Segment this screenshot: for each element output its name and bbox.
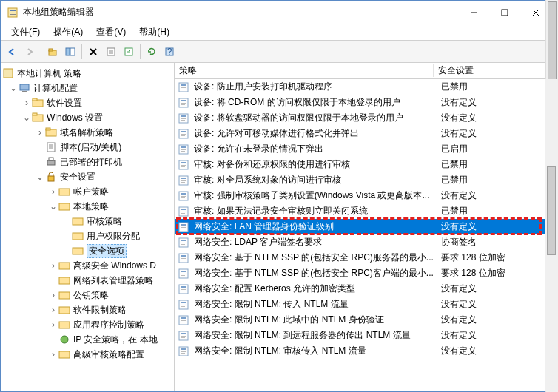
policy-name: 网络安全: LDAP 客户端签名要求 bbox=[194, 236, 437, 249]
svg-rect-48 bbox=[181, 87, 186, 88]
tree-security-options[interactable]: 安全选项 bbox=[1, 243, 174, 258]
expand-icon[interactable]: › bbox=[48, 305, 58, 315]
minimize-button[interactable] bbox=[458, 2, 489, 23]
tree-audit-policy[interactable]: 审核策略 bbox=[1, 214, 174, 229]
properties-button[interactable] bbox=[103, 44, 119, 60]
tree-deployed-printers[interactable]: 已部署的打印机 bbox=[1, 155, 174, 169]
tree-root[interactable]: 本地计算机 策略 bbox=[1, 66, 174, 81]
expand-icon[interactable]: › bbox=[48, 349, 58, 359]
tree-windows-settings[interactable]: ⌄Windows 设置 bbox=[1, 110, 174, 125]
svg-rect-69 bbox=[181, 166, 185, 167]
tree-ip-security[interactable]: IP 安全策略，在 本地 bbox=[1, 332, 174, 347]
policy-name: 设备: 防止用户安装打印机驱动程序 bbox=[194, 81, 437, 93]
svg-rect-85 bbox=[181, 229, 185, 229]
tree-windows-firewall[interactable]: ›高级安全 Windows D bbox=[1, 258, 174, 273]
menu-action[interactable]: 操作(A) bbox=[47, 24, 89, 40]
menu-view[interactable]: 查看(V) bbox=[90, 24, 132, 40]
tree-name-resolution[interactable]: ›域名解析策略 bbox=[1, 125, 174, 140]
svg-rect-10 bbox=[66, 48, 70, 55]
policy-icon bbox=[178, 314, 189, 326]
policy-row[interactable]: 设备: 允许对可移动媒体进行格式化并弹出没有定义 bbox=[175, 126, 557, 141]
policy-row[interactable]: 网络安全: 基于 NTLM SSP 的(包括安全 RPC)客户端的最小...要求… bbox=[175, 266, 557, 281]
tree-user-rights[interactable]: 用户权限分配 bbox=[1, 229, 174, 243]
tree-security-settings[interactable]: ⌄安全设置 bbox=[1, 169, 174, 184]
policy-setting: 已禁用 bbox=[437, 174, 557, 186]
list-scrollbar[interactable] bbox=[545, 79, 557, 391]
policy-row[interactable]: 网络安全: 限制 NTLM: 到远程服务器的传出 NTLM 流量没有定义 bbox=[175, 328, 557, 343]
policy-row[interactable]: 审核: 对备份和还原权限的使用进行审核已禁用 bbox=[175, 157, 557, 172]
policy-setting: 已启用 bbox=[437, 143, 557, 155]
policy-row[interactable]: 网络安全: 配置 Kerberos 允许的加密类型没有定义 bbox=[175, 281, 557, 297]
tree-public-key[interactable]: ›公钥策略 bbox=[1, 288, 174, 303]
policy-setting: 没有定义 bbox=[437, 220, 557, 233]
policy-row[interactable]: 网络安全: 限制 NTLM: 此域中的 NTLM 身份验证没有定义 bbox=[175, 312, 557, 328]
policy-row[interactable]: 网络安全: 限制 NTLM: 传入 NTLM 流量没有定义 bbox=[175, 297, 557, 312]
expand-icon[interactable]: › bbox=[48, 260, 58, 271]
menu-file[interactable]: 文件(F) bbox=[5, 24, 46, 40]
col-setting[interactable]: 安全设置 bbox=[434, 64, 557, 77]
policy-row[interactable]: 网络安全: 限制 NTLM: 审核传入 NTLM 流量没有定义 bbox=[175, 343, 557, 359]
policy-row[interactable]: 设备: 允许在未登录的情况下弹出已启用 bbox=[175, 141, 557, 157]
policy-row[interactable]: 审核: 如果无法记录安全审核则立即关闭系统已禁用 bbox=[175, 203, 557, 219]
tree-local-policies[interactable]: ⌄本地策略 bbox=[1, 199, 174, 214]
svg-rect-80 bbox=[181, 212, 186, 212]
policy-name: 网络安全: 基于 NTLM SSP 的(包括安全 RPC)服务器的最小... bbox=[194, 251, 437, 264]
tree-account-policies[interactable]: ›帐户策略 bbox=[1, 184, 174, 199]
show-hide-tree-button[interactable] bbox=[62, 44, 78, 60]
forward-button[interactable] bbox=[21, 44, 38, 60]
policy-row[interactable]: 网络安全: LDAP 客户端签名要求协商签名 bbox=[175, 234, 557, 250]
policy-row[interactable]: 审核: 强制审核策略子类别设置(Windows Vista 或更高版本...没有… bbox=[175, 188, 557, 203]
tree-pane[interactable]: 本地计算机 策略 ⌄计算机配置 ›软件设置 ⌄Windows 设置 ›域名解析策… bbox=[1, 63, 175, 391]
collapse-icon[interactable]: ⌄ bbox=[21, 112, 32, 123]
up-button[interactable] bbox=[44, 44, 61, 60]
policy-row[interactable]: 设备: 将 CD-ROM 的访问权限仅限于本地登录的用户没有定义 bbox=[175, 95, 557, 110]
export-button[interactable] bbox=[121, 44, 137, 60]
collapse-icon[interactable]: ⌄ bbox=[35, 172, 45, 182]
expand-icon[interactable]: › bbox=[35, 127, 45, 138]
separator bbox=[140, 44, 141, 59]
svg-rect-88 bbox=[181, 243, 186, 243]
policy-row[interactable]: 审核: 对全局系统对象的访问进行审核已禁用 bbox=[175, 172, 557, 188]
collapse-icon[interactable]: ⌄ bbox=[8, 83, 19, 93]
svg-rect-61 bbox=[181, 135, 185, 136]
svg-rect-65 bbox=[181, 151, 185, 152]
policy-setting: 已禁用 bbox=[437, 205, 557, 217]
expand-icon[interactable]: › bbox=[21, 98, 32, 108]
column-headers[interactable]: 策略 安全设置 bbox=[175, 63, 557, 79]
tree-advanced-audit[interactable]: ›高级审核策略配置 bbox=[1, 347, 174, 362]
svg-point-44 bbox=[61, 336, 68, 343]
policy-row[interactable]: 设备: 将软盘驱动器的访问权限仅限于本地登录的用户没有定义 bbox=[175, 110, 557, 126]
back-button[interactable] bbox=[4, 44, 20, 60]
policy-setting: 没有定义 bbox=[437, 283, 557, 295]
policy-icon bbox=[178, 175, 189, 186]
svg-text:?: ? bbox=[167, 47, 172, 57]
tree-scripts[interactable]: 脚本(启动/关机) bbox=[1, 140, 174, 155]
tree-app-control[interactable]: ›应用程序控制策略 bbox=[1, 317, 174, 332]
svg-rect-93 bbox=[181, 260, 185, 260]
tree-software-settings[interactable]: ›软件设置 bbox=[1, 95, 174, 110]
tree-computer-config[interactable]: ⌄计算机配置 bbox=[1, 81, 174, 95]
col-policy[interactable]: 策略 bbox=[175, 64, 434, 77]
menu-help[interactable]: 帮助(H) bbox=[133, 24, 175, 40]
refresh-button[interactable] bbox=[144, 44, 160, 60]
expand-icon[interactable]: › bbox=[48, 186, 58, 197]
svg-rect-103 bbox=[181, 302, 186, 303]
policy-setting: 没有定义 bbox=[437, 345, 557, 357]
policy-setting: 已禁用 bbox=[437, 158, 557, 171]
policy-row[interactable]: 网络安全: 基于 NTLM SSP 的(包括安全 RPC)服务器的最小...要求… bbox=[175, 250, 557, 266]
tree-network-list-manager[interactable]: 网络列表管理器策略 bbox=[1, 273, 174, 288]
policy-name: 审核: 对全局系统对象的访问进行审核 bbox=[194, 174, 437, 186]
svg-rect-59 bbox=[181, 131, 186, 132]
svg-rect-9 bbox=[49, 49, 53, 51]
help-button[interactable]: ? bbox=[161, 44, 178, 60]
maximize-button[interactable] bbox=[489, 2, 520, 23]
expand-icon[interactable]: › bbox=[48, 290, 58, 300]
delete-button[interactable] bbox=[85, 44, 101, 60]
tree-software-restriction[interactable]: ›软件限制策略 bbox=[1, 303, 174, 317]
policy-row[interactable]: 网络安全: LAN 管理器身份验证级别没有定义 bbox=[175, 219, 557, 234]
collapse-icon[interactable]: ⌄ bbox=[48, 201, 58, 212]
policy-list[interactable]: 设备: 防止用户安装打印机驱动程序已禁用设备: 将 CD-ROM 的访问权限仅限… bbox=[175, 79, 557, 391]
separator bbox=[41, 44, 41, 59]
expand-icon[interactable]: › bbox=[48, 320, 58, 330]
policy-row[interactable]: 设备: 防止用户安装打印机驱动程序已禁用 bbox=[175, 79, 557, 95]
